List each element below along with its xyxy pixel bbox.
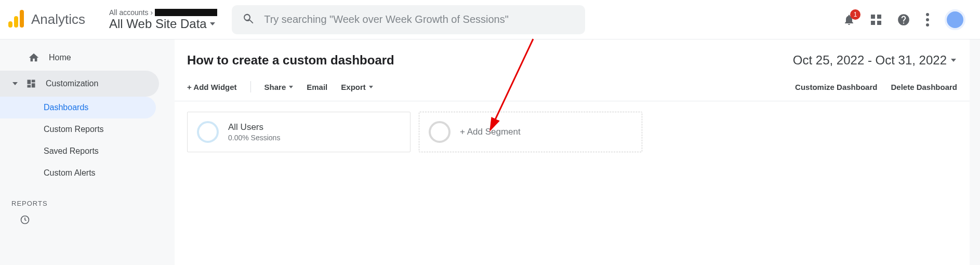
sidebar-section-reports: REPORTS [0,184,175,215]
dashboard-icon [26,78,36,89]
apps-icon [871,15,881,25]
dashboard-toolbar: + Add Widget Share Email Export Customiz… [175,81,970,101]
svg-rect-1 [14,16,18,28]
email-button[interactable]: Email [307,83,327,91]
date-range-text: Oct 25, 2022 - Oct 31, 2022 [793,53,947,68]
chevron-down-icon [12,82,18,85]
caret-down-icon [369,86,373,88]
sidebar-sub-label: Custom Reports [44,125,104,134]
sidebar-sub-label: Dashboards [44,103,88,112]
date-range-picker[interactable]: Oct 25, 2022 - Oct 31, 2022 [793,53,956,68]
segment-all-users[interactable]: All Users 0.00% Sessions [187,112,410,152]
dashboard-title: How to create a custom dashboard [187,53,394,68]
clock-icon [20,215,30,225]
sidebar-item-label: Customization [46,79,98,88]
app-header: Analytics All accounts › All Web Site Da… [0,0,980,39]
caret-down-icon [289,86,293,88]
breadcrumb: All accounts › [109,8,217,17]
segment-circle-icon [429,121,451,143]
property-selector[interactable]: All accounts › All Web Site Data [109,8,217,31]
svg-rect-2 [20,10,24,28]
brand-name: Analytics [31,11,85,28]
share-button[interactable]: Share [264,83,294,91]
add-segment-label: + Add Segment [460,127,521,137]
segment-subtitle: 0.00% Sessions [228,134,280,142]
sidebar-item-customization[interactable]: Customization [0,71,159,97]
view-selector[interactable]: All Web Site Data [109,17,217,31]
sidebar: Home Customization Dashboards Custom Rep… [0,39,175,265]
caret-down-icon [951,59,956,62]
analytics-logo-icon [8,10,24,29]
caret-down-icon [210,22,215,25]
sidebar-sub-custom-reports[interactable]: Custom Reports [0,118,156,140]
view-name: All Web Site Data [109,17,207,31]
apps-button[interactable] [871,15,881,25]
sidebar-item-label: Home [49,53,71,62]
main-content: How to create a custom dashboard Oct 25,… [175,39,980,265]
dashboard-panel: How to create a custom dashboard Oct 25,… [175,39,970,265]
home-icon [28,52,39,63]
export-button[interactable]: Export [341,83,373,91]
export-label: Export [341,83,366,91]
sidebar-sub-label: Custom Alerts [44,168,96,178]
search-input[interactable] [264,14,575,25]
notification-badge: 1 [850,9,860,20]
add-widget-button[interactable]: + Add Widget [187,83,237,91]
notifications-button[interactable]: 1 [843,14,855,26]
svg-rect-0 [8,21,12,28]
redacted-account-name [155,9,217,16]
toolbar-divider [250,81,251,92]
search-icon [242,12,255,27]
sidebar-sub-dashboards[interactable]: Dashboards [0,97,156,118]
account-avatar[interactable] [945,9,965,30]
help-icon [897,13,910,27]
more-menu-button[interactable] [926,13,929,27]
share-label: Share [264,83,286,91]
sidebar-item-home[interactable]: Home [0,45,159,71]
add-segment-button[interactable]: + Add Segment [419,112,642,152]
segment-title: All Users [228,122,280,132]
help-button[interactable] [897,13,910,27]
search-bar[interactable] [232,5,585,34]
logo-block: Analytics [0,10,109,29]
customize-dashboard-button[interactable]: Customize Dashboard [795,83,877,91]
sidebar-item-realtime[interactable] [0,215,175,225]
sidebar-sub-saved-reports[interactable]: Saved Reports [0,140,156,162]
segment-circle-icon [197,121,219,143]
kebab-icon [926,13,929,27]
delete-dashboard-button[interactable]: Delete Dashboard [891,83,957,91]
segments-row: All Users 0.00% Sessions + Add Segment [175,101,970,163]
chevron-right-icon: › [150,8,153,17]
sidebar-sub-label: Saved Reports [44,147,99,156]
breadcrumb-accounts: All accounts [109,8,148,17]
sidebar-sub-custom-alerts[interactable]: Custom Alerts [0,162,156,184]
header-tools: 1 [843,9,970,30]
